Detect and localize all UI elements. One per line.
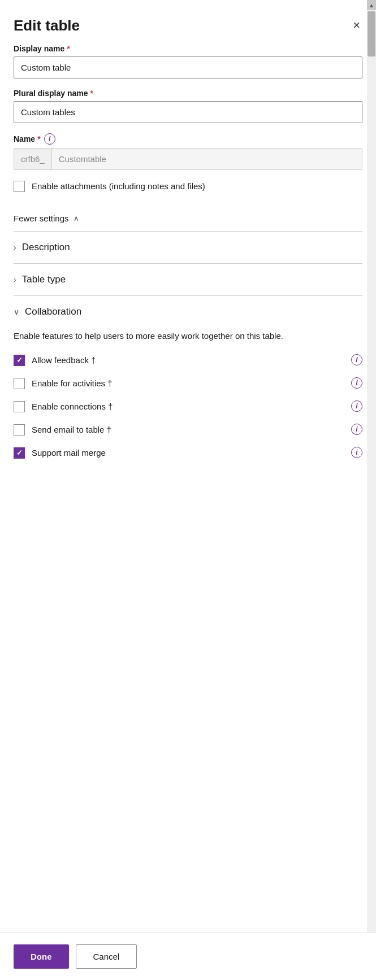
collaboration-arrow: ∨ [14,307,19,316]
name-prefix: crfb6_ [14,149,52,169]
scrollbar[interactable]: ▲ ▼ [367,0,376,980]
plural-display-name-input[interactable] [14,101,362,123]
support-mail-merge-info-icon[interactable]: i [351,447,362,458]
send-email-checkbox[interactable] [14,424,25,435]
fewer-settings-arrow: ∧ [74,214,79,223]
name-value: Customtable [52,149,362,169]
display-name-field-group: Display name * [14,44,362,79]
collaboration-content: Enable features to help users to more ea… [14,328,362,459]
collab-left-enable-activities: Enable for activities † [14,377,113,389]
table-type-section-toggle[interactable]: › Table type [14,264,362,295]
allow-feedback-checkbox[interactable] [14,355,25,366]
name-required: * [37,134,40,143]
enable-connections-info-icon[interactable]: i [351,400,362,412]
attachments-label: Enable attachments (including notes and … [32,180,205,192]
scrollbar-up-arrow[interactable]: ▲ [367,0,376,10]
display-name-input[interactable] [14,56,362,79]
plural-display-name-field-group: Plural display name * [14,89,362,123]
collab-item-support-mail-merge: Support mail merge i [14,447,362,459]
fewer-settings-toggle[interactable]: Fewer settings ∧ [14,206,362,231]
panel-title: Edit table [14,17,80,34]
scrollbar-thumb[interactable] [368,11,375,56]
enable-activities-info-icon[interactable]: i [351,377,362,389]
attachments-checkbox-row: Enable attachments (including notes and … [14,180,362,192]
collaboration-section-toggle[interactable]: ∨ Collaboration [14,296,362,328]
cancel-button[interactable]: Cancel [76,944,137,969]
enable-activities-label: Enable for activities † [32,378,113,388]
enable-activities-checkbox[interactable] [14,378,25,389]
collab-left-send-email: Send email to table † [14,424,111,435]
name-input-group: crfb6_ Customtable [14,148,362,170]
collab-item-send-email: Send email to table † i [14,424,362,435]
close-button[interactable]: × [351,16,362,35]
collaboration-description: Enable features to help users to more ea… [14,330,362,343]
table-type-label: Table type [22,274,66,285]
description-label: Description [22,242,70,253]
name-info-icon[interactable]: i [44,133,55,145]
allow-feedback-label: Allow feedback † [32,355,96,365]
attachments-checkbox[interactable] [14,181,25,192]
plural-display-name-label: Plural display name * [14,89,362,98]
description-section-toggle[interactable]: › Description [14,232,362,263]
enable-connections-checkbox[interactable] [14,401,25,412]
name-label-row: Name * i [14,133,362,145]
collab-item-enable-activities: Enable for activities † i [14,377,362,389]
allow-feedback-info-icon[interactable]: i [351,354,362,365]
description-arrow: › [14,243,16,252]
collab-left-support-mail-merge: Support mail merge [14,447,106,459]
plural-display-name-required: * [90,89,93,98]
collab-left-enable-connections: Enable connections † [14,400,113,412]
collab-item-enable-connections: Enable connections † i [14,400,362,412]
display-name-label: Display name * [14,44,362,53]
collaboration-label: Collaboration [25,306,81,317]
done-button[interactable]: Done [14,944,69,969]
collab-item-allow-feedback: Allow feedback † i [14,354,362,366]
display-name-required: * [67,44,70,53]
collab-left-allow-feedback: Allow feedback † [14,354,96,366]
name-label: Name * [14,134,41,143]
name-field-group: Name * i crfb6_ Customtable [14,133,362,170]
support-mail-merge-checkbox[interactable] [14,447,25,459]
enable-connections-label: Enable connections † [32,402,113,411]
table-type-arrow: › [14,275,16,284]
send-email-info-icon[interactable]: i [351,424,362,435]
panel-header: Edit table × [0,0,376,44]
panel-content: Display name * Plural display name * Nam… [0,44,376,980]
support-mail-merge-label: Support mail merge [32,448,106,458]
edit-table-panel: ▲ ▼ Edit table × Display name * Plural d… [0,0,376,980]
panel-footer: Done Cancel [0,933,376,980]
send-email-label: Send email to table † [32,425,111,434]
fewer-settings-label: Fewer settings [14,214,69,223]
